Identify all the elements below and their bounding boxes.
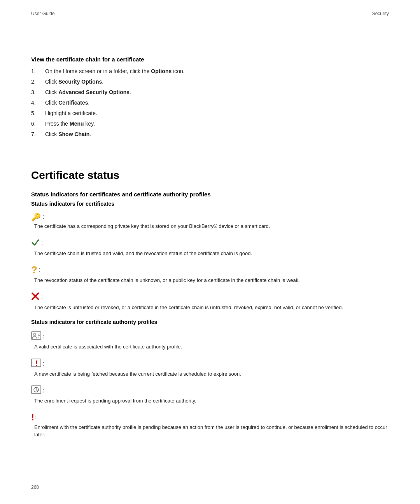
view-cert-chain-heading: View the certificate chain for a certifi… [31, 56, 389, 63]
step-num-4: 4. [31, 99, 45, 107]
ca-indicators-subheading: Status indicators for certificate author… [31, 319, 389, 325]
step-text-5: Highlight a certificate. [45, 109, 389, 117]
ca-clock-icon [31, 385, 41, 396]
check-svg [31, 238, 40, 247]
step-num-6: 6. [31, 120, 45, 128]
ca-person-icon [31, 331, 41, 341]
status-item-x: : The certificate is untrusted or revoke… [31, 292, 389, 312]
svg-line-13 [36, 390, 37, 391]
ca-clock-colon: : [43, 387, 44, 394]
page-container: User Guide Security View the certificate… [0, 0, 420, 504]
ca-warning-desc: Enrollment with the certificate authorit… [34, 424, 389, 439]
svg-rect-9 [36, 365, 37, 366]
status-indicators-heading: Status indicators for certificates and c… [31, 191, 389, 198]
page-number: 268 [31, 485, 39, 490]
step-2: 2. Click Security Options. [31, 78, 389, 86]
step-num-5: 5. [31, 109, 45, 117]
step-4: 4. Click Certificates. [31, 99, 389, 107]
ca-person-svg [31, 331, 41, 340]
icon-line-key: 🔑 : [31, 213, 389, 221]
ca-person-desc: A valid certificate is associated with t… [34, 343, 389, 351]
icon-line-check: : [31, 238, 389, 248]
icon-line-ca-clock: : [31, 385, 389, 396]
ca-warning-icon: ! [31, 413, 34, 422]
x-svg [31, 292, 40, 301]
step-text-4: Click Certificates. [45, 99, 389, 107]
icon-line-question: ? : [31, 265, 389, 275]
ca-warning-colon: : [35, 414, 37, 421]
cert-indicators-subheading: Status indicators for certificates [31, 201, 389, 207]
status-item-ca-person: : A valid certificate is associated with… [31, 331, 389, 351]
step-1: 1. On the Home screen or in a folder, cl… [31, 67, 389, 75]
status-item-check: : The certificate chain is trusted and v… [31, 238, 389, 257]
x-desc: The certificate is untrusted or revoked,… [34, 304, 389, 312]
svg-rect-8 [36, 360, 37, 364]
step-text-2: Click Security Options. [45, 78, 389, 86]
question-colon: : [39, 266, 40, 273]
cert-status-heading: Certificate status [31, 169, 389, 182]
x-colon: : [41, 294, 43, 301]
key-icon: 🔑 [31, 213, 41, 221]
ca-clock-svg [31, 385, 41, 394]
ca-exclaim-svg [31, 359, 41, 367]
step-5: 5. Highlight a certificate. [31, 109, 389, 117]
ca-exclaim-icon [31, 359, 41, 369]
step-num-7: 7. [31, 130, 45, 138]
key-desc: The certificate has a corresponding priv… [34, 222, 389, 230]
key-colon: : [42, 214, 44, 220]
step-7: 7. Click Show Chain. [31, 130, 389, 138]
status-item-ca-warning: ! : Enrollment with the certificate auth… [31, 413, 389, 439]
x-icon [31, 292, 40, 302]
steps-list: 1. On the Home screen or in a folder, cl… [31, 67, 389, 138]
check-desc: The certificate chain is trusted and val… [34, 250, 389, 257]
status-item-key: 🔑 : The certificate has a corresponding … [31, 213, 389, 230]
step-text-1: On the Home screen or in a folder, click… [45, 67, 389, 75]
step-3: 3. Click Advanced Security Options. [31, 88, 389, 96]
question-icon: ? [31, 265, 37, 275]
header-left: User Guide [31, 11, 55, 16]
check-icon [31, 238, 40, 248]
step-num-3: 3. [31, 88, 45, 96]
question-desc: The revocation status of the certificate… [34, 276, 389, 284]
step-num-1: 1. [31, 67, 45, 75]
ca-exclaim-desc: A new certificate is being fetched becau… [34, 370, 389, 378]
ca-clock-desc: The enrollment request is pending approv… [34, 397, 389, 405]
icon-line-ca-warning: ! : [31, 413, 389, 422]
svg-point-3 [33, 333, 36, 336]
step-num-2: 2. [31, 78, 45, 86]
icon-line-ca-person: : [31, 331, 389, 341]
step-text-7: Click Show Chain. [45, 130, 389, 138]
step-text-6: Press the Menu key. [45, 120, 389, 128]
icon-line-ca-exclaim: : [31, 359, 389, 369]
header-right: Security [372, 11, 389, 16]
cert-status-section: Certificate status Status indicators for… [31, 148, 389, 439]
status-item-ca-clock: : The enrollment request is pending appr… [31, 385, 389, 405]
icon-line-x: : [31, 292, 389, 302]
ca-exclaim-colon: : [43, 360, 44, 367]
check-colon: : [41, 240, 43, 247]
step-6: 6. Press the Menu key. [31, 120, 389, 128]
status-item-question: ? : The revocation status of the certifi… [31, 265, 389, 284]
step-text-3: Click Advanced Security Options. [45, 88, 389, 96]
content-area: View the certificate chain for a certifi… [31, 16, 389, 439]
ca-person-colon: : [43, 333, 44, 340]
status-item-ca-exclaim: : A new certificate is being fetched bec… [31, 359, 389, 378]
